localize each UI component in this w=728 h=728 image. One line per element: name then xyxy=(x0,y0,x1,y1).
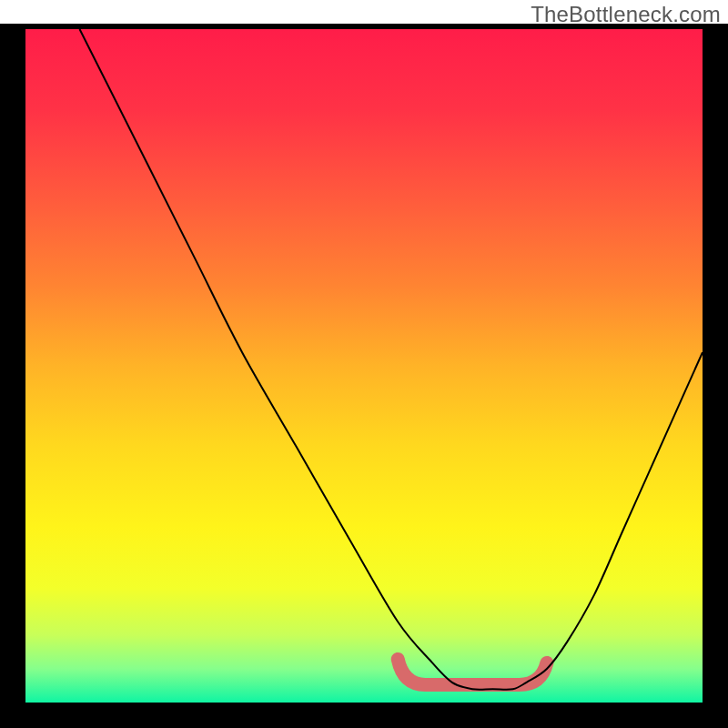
chart-svg xyxy=(25,29,703,703)
gradient-background xyxy=(25,29,703,703)
chart-plot-area xyxy=(25,29,703,703)
chart-outer-frame xyxy=(0,24,728,728)
